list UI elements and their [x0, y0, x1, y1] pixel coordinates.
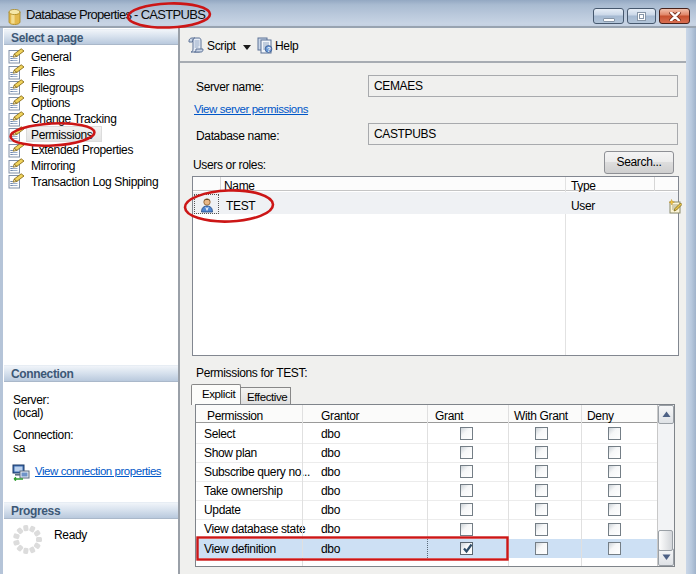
svg-text:?: ? — [267, 46, 271, 53]
